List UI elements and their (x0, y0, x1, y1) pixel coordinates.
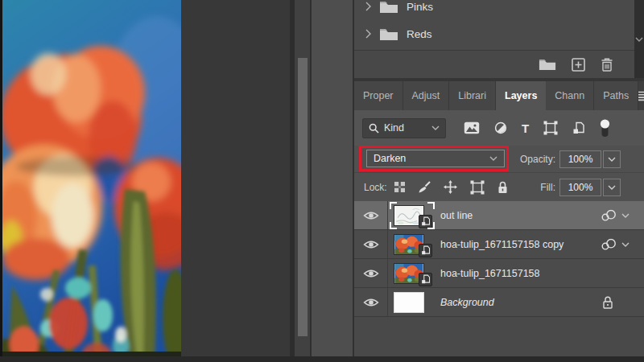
filter-smart-objects-icon[interactable] (572, 121, 585, 134)
filter-toggle-switch[interactable] (600, 119, 610, 138)
tab-layers[interactable]: Layers (496, 81, 546, 110)
layer-thumbnail[interactable] (394, 263, 424, 284)
bottom-edge-strip (0, 356, 644, 362)
lock-image-pixels-brush-icon[interactable] (418, 181, 431, 194)
layer-row-out-line[interactable]: out line (354, 201, 644, 230)
chevron-down-icon[interactable] (635, 37, 643, 42)
tab-paths[interactable]: Paths (594, 81, 638, 110)
lock-transparent-pixels-icon[interactable] (394, 182, 405, 192)
photoshop-workspace: Pinks Reds (0, 0, 644, 362)
filter-kind-dropdown[interactable]: Kind (362, 118, 446, 138)
opacity-dropdown-button[interactable] (603, 150, 621, 168)
eye-icon[interactable] (363, 297, 379, 308)
blend-mode-value: Darken (374, 153, 489, 164)
search-icon (369, 123, 379, 134)
layer-row-tulip-copy[interactable]: hoa-tulip_1671157158 copy (354, 230, 644, 259)
layers-filter-row: Kind T (354, 110, 644, 146)
background-lock-icon[interactable] (602, 295, 613, 309)
layer-name[interactable]: hoa-tulip_1671157158 (440, 268, 540, 279)
filter-type-layers-icon[interactable]: T (522, 122, 529, 134)
filter-shape-layers-icon[interactable] (543, 121, 558, 135)
tab-libraries[interactable]: Librari (449, 81, 496, 110)
layer-name[interactable]: hoa-tulip_1671157158 copy (440, 239, 564, 250)
lock-artboard-frame-icon[interactable] (470, 180, 485, 195)
scrollbar-thumb[interactable] (298, 58, 308, 336)
visibility-cell[interactable] (354, 288, 388, 316)
panel-menu-button[interactable] (638, 81, 644, 110)
tab-properties[interactable]: Proper (354, 81, 403, 110)
fill-dropdown-button[interactable] (603, 179, 621, 196)
eye-icon[interactable] (363, 210, 379, 221)
plus-square-icon (572, 58, 585, 72)
layer-name[interactable]: out line (440, 210, 473, 221)
group-label: Pinks (407, 1, 433, 13)
lock-position-move-icon[interactable] (444, 180, 457, 194)
chevron-down-icon[interactable] (621, 213, 630, 218)
smart-object-badge (419, 244, 432, 257)
chevron-down-icon (489, 156, 497, 161)
group-row-pinks[interactable]: Pinks (354, 0, 634, 19)
filter-adjustment-layers-icon[interactable] (494, 121, 507, 134)
smart-object-page-icon (421, 274, 431, 284)
hamburger-menu-icon (638, 91, 644, 101)
fill-label: Fill: (497, 182, 555, 193)
layer-row-tulip[interactable]: hoa-tulip_1671157158 (354, 259, 644, 288)
eye-icon[interactable] (363, 239, 379, 250)
blend-mode-dropdown[interactable]: Darken (366, 150, 505, 167)
visibility-cell[interactable] (354, 259, 388, 287)
opacity-value-field[interactable]: 100% (559, 150, 601, 168)
tab-channels[interactable]: Chann (546, 81, 594, 110)
white-thumbnail (394, 292, 424, 313)
blend-opacity-row: Darken Opacity: 100% (354, 146, 644, 172)
layer-row-background[interactable]: Background (354, 288, 644, 317)
groups-panel: Pinks Reds (354, 0, 644, 78)
layers-panel-empty-area (354, 317, 644, 362)
groups-panel-toolbar (354, 50, 634, 78)
smart-object-badge (419, 273, 432, 286)
new-group-button[interactable] (539, 58, 556, 71)
chevron-right-icon[interactable] (365, 2, 371, 11)
panel-tab-bar: Proper Adjust Librari Layers Chann Paths (354, 81, 644, 110)
filter-pixel-layers-icon[interactable] (464, 121, 480, 134)
fill-value-field[interactable]: 100% (559, 179, 601, 196)
tab-adjustments[interactable]: Adjust (403, 81, 450, 110)
lock-label: Lock: (364, 182, 387, 193)
groups-panel-scroll-column[interactable] (634, 0, 644, 78)
eye-icon[interactable] (363, 268, 379, 279)
layer-thumbnail[interactable] (394, 234, 424, 255)
lock-fill-row: Lock: Fill: 100% (354, 172, 644, 201)
layer-name[interactable]: Background (440, 297, 494, 308)
folder-icon (379, 0, 398, 14)
delete-button[interactable] (601, 57, 613, 72)
folder-icon (379, 27, 398, 41)
chevron-right-icon[interactable] (365, 29, 371, 39)
chevron-down-icon (431, 125, 440, 130)
smart-object-page-icon (421, 216, 431, 226)
layer-thumbnail[interactable] (394, 205, 424, 226)
smart-object-badge (419, 215, 432, 228)
blending-circles-icon[interactable] (601, 238, 617, 250)
visibility-cell[interactable] (354, 201, 388, 229)
trash-icon (601, 57, 613, 72)
visibility-cell[interactable] (354, 230, 388, 258)
canvas-tulip-image (0, 0, 181, 362)
kind-label: Kind (384, 122, 431, 134)
document-vertical-scrollbar[interactable] (295, 0, 310, 362)
new-item-button[interactable] (572, 58, 585, 72)
group-label: Reds (407, 28, 432, 40)
opacity-label: Opacity: (497, 154, 555, 165)
folder-icon (539, 58, 556, 71)
group-row-reds[interactable]: Reds (354, 22, 634, 46)
chevron-down-icon (608, 185, 616, 190)
layer-thumbnail[interactable] (394, 292, 424, 313)
dock-divider-column (310, 0, 354, 362)
panel-dock: Pinks Reds (354, 0, 644, 362)
blending-circles-icon[interactable] (601, 209, 617, 221)
chevron-down-icon[interactable] (621, 242, 630, 247)
highlight-red-box: Darken (359, 146, 509, 171)
chevron-down-icon (608, 157, 616, 162)
smart-object-page-icon (421, 245, 431, 255)
